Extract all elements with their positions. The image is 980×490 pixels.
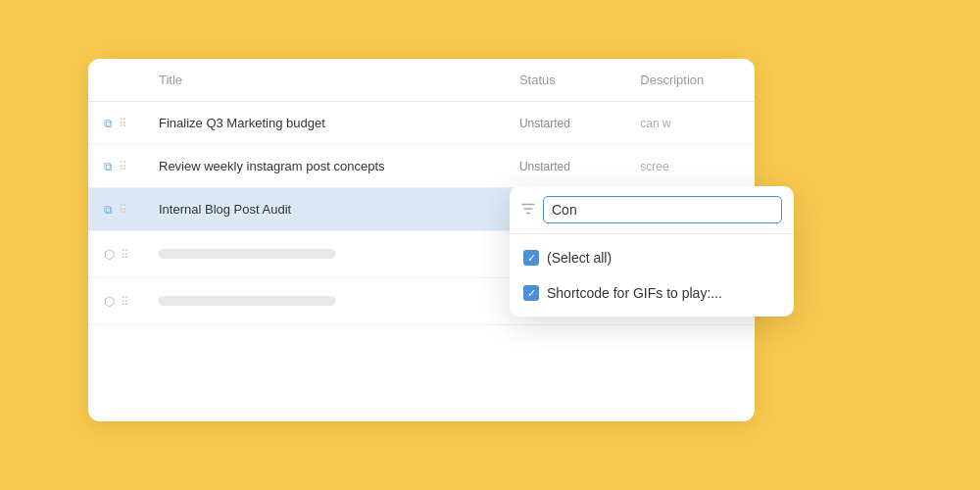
table-row: ⧉ ⠿ Review weekly instagram post concept… <box>88 145 755 188</box>
table-header-row: Title Status Description <box>88 59 755 102</box>
col-description: Description <box>628 59 755 102</box>
col-status: Status <box>508 59 628 102</box>
checkbox-select-all: ✓ <box>523 250 539 266</box>
filter-icon <box>521 202 535 219</box>
link-icon[interactable]: ⬡ <box>104 294 115 309</box>
drag-icon[interactable]: ⠿ <box>121 248 129 262</box>
drag-icon[interactable]: ⠿ <box>119 203 127 217</box>
checkbox-shortcode: ✓ <box>523 285 539 301</box>
row-title-cell: Finalize Q3 Marketing budget <box>147 102 508 145</box>
row-desc-cell: can w <box>628 102 755 145</box>
row-icons-cell: ⬡ ⠿ <box>88 278 147 325</box>
row-title-cell <box>147 231 508 278</box>
col-title: Title <box>147 59 508 102</box>
row-status-cell: Unstarted <box>508 145 628 188</box>
desc-text: can w <box>640 117 670 130</box>
drag-icon[interactable]: ⠿ <box>121 295 129 309</box>
row-desc-cell: scree <box>628 145 755 188</box>
row-icons-cell: ⧉ ⠿ <box>88 102 147 145</box>
filter-search-input[interactable] <box>543 196 782 223</box>
status-badge: Unstarted <box>519 160 570 173</box>
status-badge: Unstarted <box>519 117 570 130</box>
option-select-all-label: (Select all) <box>547 250 612 266</box>
filter-option-select-all[interactable]: ✓ (Select all) <box>510 240 794 275</box>
filter-options-list: ✓ (Select all) ✓ Shortcode for GIFs to p… <box>510 234 794 317</box>
filter-header <box>510 186 794 234</box>
title-placeholder <box>159 296 335 306</box>
link-icon[interactable]: ⧉ <box>104 203 113 217</box>
col-icons <box>88 59 147 102</box>
link-icon[interactable]: ⬡ <box>104 247 115 262</box>
filter-popup: ✓ (Select all) ✓ Shortcode for GIFs to p… <box>510 186 794 317</box>
row-status-cell: Unstarted <box>508 102 628 145</box>
title-placeholder <box>159 249 335 259</box>
table-row: ⧉ ⠿ Finalize Q3 Marketing budget Unstart… <box>88 102 755 145</box>
link-icon[interactable]: ⧉ <box>104 160 113 173</box>
desc-text: scree <box>640 160 668 173</box>
filter-option-shortcode[interactable]: ✓ Shortcode for GIFs to play:... <box>510 275 794 311</box>
row-icons-cell: ⧉ ⠿ <box>88 188 147 231</box>
row-icons-cell: ⧉ ⠿ <box>88 145 147 188</box>
drag-icon[interactable]: ⠿ <box>119 160 127 173</box>
row-title-cell <box>147 278 508 325</box>
row-icons-cell: ⬡ ⠿ <box>88 231 147 278</box>
option-shortcode-label: Shortcode for GIFs to play:... <box>547 285 722 301</box>
drag-icon[interactable]: ⠿ <box>119 117 127 130</box>
link-icon[interactable]: ⧉ <box>104 117 113 130</box>
row-title-cell: Internal Blog Post Audit <box>147 188 508 231</box>
row-title-cell: Review weekly instagram post concepts <box>147 145 508 188</box>
